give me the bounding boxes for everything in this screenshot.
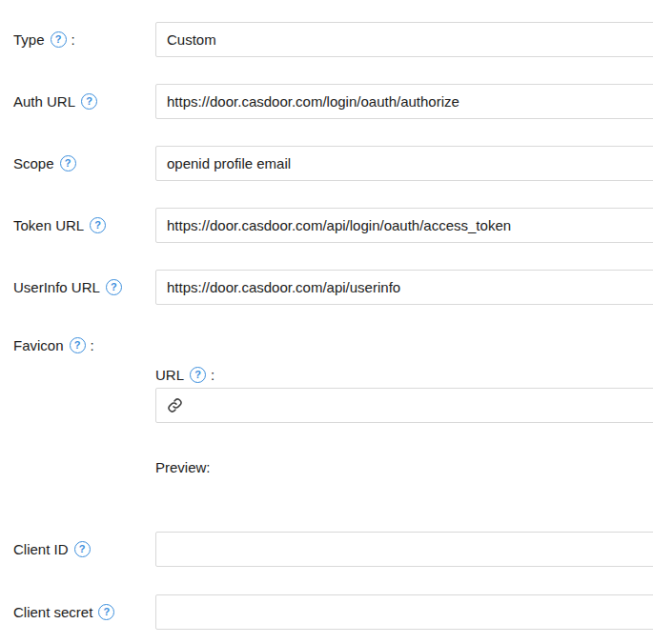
token-url-label: Token URL ? — [13, 208, 106, 243]
client-secret-label-text: Client secret — [13, 604, 92, 620]
favicon-preview-label-text: Preview: — [155, 459, 211, 475]
token-url-input[interactable] — [155, 208, 653, 243]
auth-url-input[interactable] — [155, 84, 653, 119]
userinfo-url-label: UserInfo URL ? — [13, 270, 122, 305]
favicon-label-text: Favicon — [13, 337, 64, 353]
client-secret-input[interactable] — [155, 594, 653, 630]
auth-url-label-text: Auth URL — [13, 93, 75, 110]
client-id-label-text: Client ID — [13, 541, 69, 557]
help-icon[interactable]: ? — [90, 217, 106, 233]
label-colon: : — [91, 337, 94, 353]
client-id-input[interactable] — [155, 532, 653, 567]
help-icon[interactable]: ? — [51, 31, 67, 48]
auth-url-label: Auth URL ? — [13, 84, 97, 119]
help-icon[interactable]: ? — [70, 337, 86, 353]
userinfo-url-input[interactable] — [155, 270, 653, 305]
type-label: Type ? : — [13, 22, 75, 57]
label-colon: : — [71, 31, 75, 48]
type-select[interactable] — [155, 22, 653, 57]
link-icon — [167, 397, 183, 413]
scope-input[interactable] — [155, 146, 653, 181]
label-colon: : — [211, 367, 214, 383]
scope-label-text: Scope — [13, 155, 54, 171]
help-icon[interactable]: ? — [81, 93, 97, 110]
client-id-label: Client ID ? — [13, 532, 91, 567]
token-url-label-text: Token URL — [13, 217, 84, 233]
favicon-url-label: URL ? : — [155, 363, 214, 386]
favicon-preview-label: Preview: — [155, 455, 211, 478]
favicon-url-input[interactable] — [192, 389, 653, 422]
help-icon[interactable]: ? — [98, 604, 114, 620]
client-secret-label: Client secret ? — [13, 594, 114, 630]
scope-label: Scope ? — [13, 146, 76, 181]
provider-edit-form: { "colors": { "help_icon": "#3d8fdd", "i… — [0, 0, 653, 644]
userinfo-url-label-text: UserInfo URL — [13, 279, 100, 295]
help-icon[interactable]: ? — [106, 279, 122, 295]
help-icon[interactable]: ? — [190, 367, 206, 383]
help-icon[interactable]: ? — [74, 541, 91, 557]
favicon-url-input-wrap — [155, 388, 653, 423]
favicon-url-label-text: URL — [155, 367, 184, 383]
type-label-text: Type — [13, 31, 45, 48]
favicon-label: Favicon ? : — [13, 333, 94, 356]
help-icon[interactable]: ? — [60, 155, 76, 171]
